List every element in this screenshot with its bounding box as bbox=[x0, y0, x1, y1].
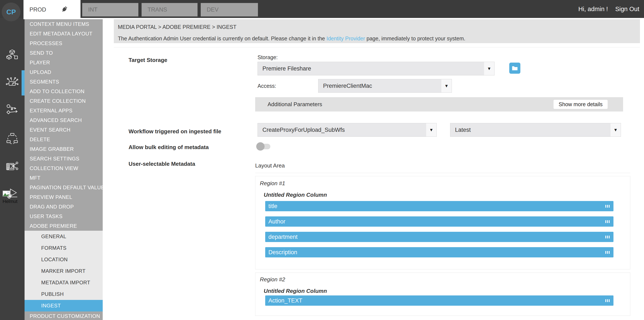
sidebar-item-location[interactable]: LOCATION bbox=[24, 254, 103, 265]
workflow-icon[interactable] bbox=[6, 103, 18, 116]
greeting-text: Hi, admin ! bbox=[578, 6, 608, 13]
content-area: MEDIA PORTAL > ADOBE PREMIERE > INGEST T… bbox=[103, 18, 644, 320]
sidebar-item-user-tasks[interactable]: USER TASKS bbox=[24, 211, 103, 221]
ingest-settings-panel: Target Storage Storage: Premiere Filesha… bbox=[114, 47, 640, 320]
field-label: Action_TEXT bbox=[265, 297, 605, 304]
sidebar-item-ingest-active[interactable]: INGEST bbox=[24, 300, 103, 311]
storage-label: Storage: bbox=[258, 54, 278, 61]
credential-warning: The Authentication Admin User credential… bbox=[118, 36, 465, 42]
metadata-field-department[interactable]: department bbox=[265, 232, 614, 242]
tab-dev-label: DEV bbox=[207, 7, 219, 13]
metadata-field-action-text[interactable]: Action_TEXT bbox=[265, 295, 614, 306]
modules-cubes-icon[interactable] bbox=[6, 49, 18, 62]
warning-text-pre: The Authentication Admin User credential… bbox=[118, 36, 326, 42]
workflow-version-caret-seg: ▼ bbox=[610, 123, 621, 137]
helmut-caption: Helmut bbox=[2, 199, 23, 204]
device-config-icon[interactable] bbox=[6, 76, 18, 89]
sidebar-item-collection-view[interactable]: COLLECTION VIEW bbox=[24, 163, 103, 173]
identity-provider-link[interactable]: Identity Provider bbox=[326, 36, 365, 42]
sidebar-item-processes[interactable]: PROCESSES bbox=[24, 39, 103, 48]
sidebar-item-search-settings[interactable]: SEARCH SETTINGS bbox=[24, 154, 103, 163]
sidebar-item-product-customization[interactable]: PRODUCT CUSTOMIZATION bbox=[24, 311, 103, 320]
avatar[interactable]: CP bbox=[2, 3, 20, 21]
browse-folder-button[interactable] bbox=[509, 63, 520, 74]
sidebar-item-segments[interactable]: SEGMENTS bbox=[24, 77, 103, 87]
metadata-field-title[interactable]: title bbox=[265, 201, 614, 211]
tab-dev[interactable]: DEV bbox=[201, 3, 258, 17]
helmut-broken-image[interactable]: Helmut bbox=[2, 191, 23, 204]
icon-rail: Helmut bbox=[0, 18, 24, 320]
sidebar-item-create-collection[interactable]: CREATE COLLECTION bbox=[24, 96, 103, 106]
sidebar-item-general[interactable]: GENERAL bbox=[24, 231, 103, 242]
sidebar-item-publish[interactable]: PUBLISH bbox=[24, 288, 103, 300]
adobe-premiere-submenu: GENERAL FORMATS LOCATION MARKER IMPORT M… bbox=[24, 231, 103, 311]
sidebar-item-send-to[interactable]: SEND TO bbox=[24, 48, 103, 58]
access-select[interactable]: PremiereClientMac ▼ bbox=[318, 79, 452, 93]
storage-select-value: Premiere Fileshare bbox=[258, 65, 484, 72]
region-1-title: Region #1 bbox=[260, 180, 285, 187]
caret-down-icon: ▼ bbox=[614, 128, 618, 132]
caret-down-icon: ▼ bbox=[444, 84, 448, 88]
additional-parameters-label: Additional Parameters bbox=[255, 101, 322, 108]
tab-prod[interactable]: PROD bbox=[24, 0, 80, 19]
folder-icon bbox=[512, 65, 518, 71]
field-label: Description bbox=[265, 249, 605, 256]
sidebar-item-adobe-premiere[interactable]: ADOBE PREMIERE bbox=[24, 221, 103, 231]
region-2-title: Region #2 bbox=[260, 276, 285, 283]
storage-select-caret-seg: ▼ bbox=[484, 62, 494, 75]
workflow-label: Workflow triggered on ingested file bbox=[128, 128, 221, 135]
drag-handle-icon[interactable] bbox=[605, 299, 610, 302]
sidebar-item-external-apps[interactable]: EXTERNAL APPS bbox=[24, 106, 103, 115]
sidebar-item-drag-and-drop[interactable]: DRAG AND DROP bbox=[24, 202, 103, 211]
sidebar-item-formats[interactable]: FORMATS bbox=[24, 242, 103, 254]
metadata-field-author[interactable]: Author bbox=[265, 216, 614, 227]
workflow-version-select[interactable]: Latest ▼ bbox=[450, 123, 621, 137]
drag-handle-icon[interactable] bbox=[605, 251, 610, 254]
app-window: PROD INT TRANS DEV Hi, admin ! bbox=[0, 0, 644, 320]
sidebar-item-metadata-import[interactable]: METADATA IMPORT bbox=[24, 277, 103, 288]
sidebar-item-preview-panel[interactable]: PREVIEW PANEL bbox=[24, 192, 103, 202]
workflow-select-caret-seg: ▼ bbox=[426, 123, 436, 137]
sidebar-item-upload[interactable]: UPLOAD bbox=[24, 67, 103, 77]
tab-int-label: INT bbox=[88, 7, 98, 13]
sidebar-item-edit-metadata-layout[interactable]: EDIT METADATA LAYOUT bbox=[24, 29, 103, 39]
sidebar-item-mft[interactable]: MFT bbox=[24, 173, 103, 183]
drag-handle-icon[interactable] bbox=[605, 205, 610, 208]
additional-parameters-bar[interactable]: Additional Parameters Show more details bbox=[255, 97, 623, 112]
distributed-nodes-icon[interactable] bbox=[6, 132, 18, 145]
warning-text-post: page, immediately to protect your system… bbox=[365, 36, 466, 42]
layout-area-divider bbox=[255, 173, 630, 173]
sidebar-item-marker-import[interactable]: MARKER IMPORT bbox=[24, 265, 103, 277]
workflow-select[interactable]: CreateProxyForUpload_SubWfs ▼ bbox=[258, 123, 437, 137]
bulk-editing-label: Allow bulk editing of metadata bbox=[128, 144, 209, 151]
region-2-panel: Region #2 Untitled Region Column Action_… bbox=[255, 272, 630, 316]
drag-handle-icon[interactable] bbox=[605, 220, 610, 223]
video-editor-icon[interactable] bbox=[6, 160, 18, 173]
sidebar-menu: CONTEXT MENU ITEMS EDIT METADATA LAYOUT … bbox=[24, 19, 103, 320]
sidebar-item-add-to-collection[interactable]: ADD TO COLLECTION bbox=[24, 87, 103, 96]
region-2-column-title: Untitled Region Column bbox=[264, 288, 327, 294]
tab-prod-label: PROD bbox=[30, 7, 46, 13]
caret-down-icon: ▼ bbox=[429, 128, 434, 132]
metadata-field-description[interactable]: Description bbox=[265, 247, 614, 257]
sidebar-item-advanced-search[interactable]: ADVANCED SEARCH bbox=[24, 115, 103, 125]
top-bar: PROD INT TRANS DEV Hi, admin ! bbox=[0, 0, 644, 18]
sign-out-link[interactable]: Sign Out bbox=[615, 6, 639, 13]
sidebar-item-player[interactable]: PLAYER bbox=[24, 58, 103, 67]
sidebar-item-pagination-default-value[interactable]: PAGINATION DEFAULT VALUE bbox=[24, 183, 103, 192]
show-more-details-button[interactable]: Show more details bbox=[553, 100, 608, 109]
breadcrumb: MEDIA PORTAL > ADOBE PREMIERE > INGEST bbox=[118, 24, 236, 30]
bulk-editing-toggle[interactable] bbox=[258, 144, 270, 149]
tab-int[interactable]: INT bbox=[82, 3, 138, 17]
field-label: department bbox=[265, 234, 605, 240]
sidebar-item-delete[interactable]: DELETE bbox=[24, 135, 103, 144]
region-1-panel: Region #1 Untitled Region Column title A… bbox=[255, 176, 630, 269]
workflow-select-value: CreateProxyForUpload_SubWfs bbox=[258, 127, 426, 133]
access-select-value: PremiereClientMac bbox=[318, 83, 441, 89]
drag-handle-icon[interactable] bbox=[605, 236, 610, 238]
tab-trans[interactable]: TRANS bbox=[142, 3, 198, 17]
storage-select[interactable]: Premiere Fileshare ▼ bbox=[258, 62, 494, 75]
sidebar-item-image-grabber[interactable]: IMAGE GRABBER bbox=[24, 144, 103, 154]
sidebar-item-event-search[interactable]: EVENT SEARCH bbox=[24, 125, 103, 135]
sidebar-item-context-menu-items[interactable]: CONTEXT MENU ITEMS bbox=[24, 19, 103, 29]
